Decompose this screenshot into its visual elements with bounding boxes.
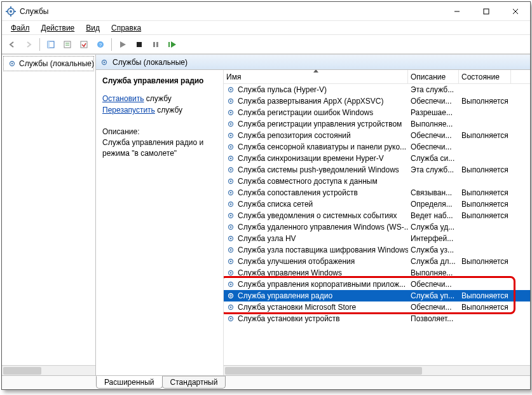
table-row[interactable]: Служба списка сетейОпределя...Выполняетс… bbox=[224, 198, 530, 210]
service-description: Обеспечи... bbox=[408, 303, 459, 312]
svg-point-53 bbox=[230, 226, 232, 228]
tree-item-label: Службы (локальные) bbox=[19, 59, 94, 68]
service-gear-icon bbox=[226, 314, 235, 323]
table-row[interactable]: Служба установки Microsoft StoreОбеспечи… bbox=[224, 301, 530, 313]
service-name: Служба репозитория состояний bbox=[238, 131, 351, 140]
menu-view[interactable]: Вид bbox=[81, 22, 105, 34]
svg-point-33 bbox=[230, 112, 232, 114]
toolbar-export-button[interactable] bbox=[76, 37, 92, 52]
table-row[interactable]: Служба совместного доступа к данным bbox=[224, 176, 530, 187]
table-row[interactable]: Служба управления радиоСлужба уп...Выпол… bbox=[224, 290, 530, 301]
menu-file[interactable]: Файл bbox=[6, 22, 35, 34]
service-gear-icon bbox=[226, 120, 235, 128]
table-row[interactable]: Служба сенсорной клавиатуры и панели рук… bbox=[224, 141, 530, 153]
left-scrollbar[interactable] bbox=[2, 365, 95, 375]
column-name[interactable]: Имя bbox=[224, 70, 408, 83]
pause-button[interactable] bbox=[148, 37, 163, 52]
tree-item-services-local[interactable]: Службы (локальные) bbox=[3, 56, 94, 71]
svg-point-43 bbox=[230, 169, 232, 171]
svg-point-49 bbox=[230, 204, 232, 205]
tab-standard[interactable]: Стандартный bbox=[162, 376, 226, 389]
column-state[interactable]: Состояние bbox=[459, 70, 511, 83]
sort-indicator-icon bbox=[313, 70, 318, 73]
table-row[interactable]: Служба синхронизации времени Hyper-VСлуж… bbox=[224, 153, 530, 164]
menu-bar: Файл Действие Вид Справка bbox=[2, 21, 530, 35]
table-row[interactable]: Служба пульса (Hyper-V)Эта служб... bbox=[224, 84, 530, 95]
service-state: Выполняется bbox=[459, 211, 511, 220]
service-name: Служба уведомления о системных событиях bbox=[238, 211, 397, 220]
maximize-button[interactable] bbox=[472, 2, 501, 21]
service-gear-icon bbox=[226, 177, 235, 186]
service-description: Разрешае... bbox=[408, 108, 459, 117]
list-header: Имя Описание Состояние bbox=[224, 70, 530, 84]
service-state: Выполняется bbox=[459, 303, 511, 312]
left-tree-panel: Службы (локальные) bbox=[2, 55, 96, 375]
table-row[interactable]: Служба установки устройствПозволяет... bbox=[224, 313, 530, 324]
service-state: Выполняется bbox=[459, 200, 511, 209]
detail-panel: Служба управления радио Остановить служб… bbox=[96, 70, 223, 375]
table-row[interactable]: Служба управления WindowsВыполняе... bbox=[224, 267, 530, 279]
menu-action[interactable]: Действие bbox=[36, 22, 80, 34]
toolbar-help-button[interactable]: ? bbox=[93, 37, 108, 52]
service-description: Эта служб... bbox=[408, 85, 459, 94]
service-gear-icon bbox=[226, 291, 235, 300]
svg-point-1 bbox=[10, 10, 12, 13]
services-window: Службы Файл Действие Вид Справка ? bbox=[1, 1, 531, 390]
restart-button[interactable] bbox=[165, 37, 180, 52]
minimize-button[interactable] bbox=[442, 2, 472, 21]
stop-link[interactable]: Остановить bbox=[102, 94, 144, 103]
svg-point-47 bbox=[230, 192, 232, 194]
table-row[interactable]: Служба управления корпоративными прилож.… bbox=[224, 279, 530, 290]
svg-rect-20 bbox=[153, 42, 155, 47]
service-name: Служба синхронизации времени Hyper-V bbox=[238, 154, 384, 163]
service-gear-icon bbox=[226, 188, 235, 197]
service-gear-icon bbox=[226, 303, 235, 312]
restart-link[interactable]: Перезапустить bbox=[102, 106, 155, 114]
service-name: Служба сопоставления устройств bbox=[238, 188, 358, 197]
service-name: Служба удаленного управления Windows (WS… bbox=[238, 223, 408, 232]
services-list: Имя Описание Состояние Служба пульса (Hy… bbox=[223, 70, 530, 375]
back-button[interactable] bbox=[4, 37, 20, 52]
table-row[interactable]: Служба регистрации ошибок WindowsРазреша… bbox=[224, 107, 530, 118]
service-name: Служба развертывания AppX (AppXSVC) bbox=[238, 97, 384, 106]
table-row[interactable]: Служба улучшения отображенияСлужба дл...… bbox=[224, 256, 530, 267]
column-description[interactable]: Описание bbox=[408, 70, 459, 83]
svg-marker-23 bbox=[171, 41, 176, 48]
table-row[interactable]: Служба регистрации управления устройство… bbox=[224, 118, 530, 130]
service-state: Выполняется bbox=[459, 131, 511, 140]
service-description: Выполняе... bbox=[408, 120, 459, 128]
svg-point-67 bbox=[230, 307, 232, 308]
table-row[interactable]: Служба уведомления о системных событияхВ… bbox=[224, 210, 530, 221]
svg-rect-21 bbox=[156, 42, 158, 47]
svg-point-39 bbox=[230, 146, 232, 148]
service-name: Служба регистрации управления устройство… bbox=[238, 120, 402, 128]
svg-point-61 bbox=[230, 272, 232, 274]
toolbar-view-button[interactable] bbox=[43, 37, 58, 52]
service-name: Служба узла HV bbox=[238, 234, 296, 243]
table-row[interactable]: Служба сопоставления устройствСвязыван..… bbox=[224, 187, 530, 198]
service-name: Служба сенсорной клавиатуры и панели рук… bbox=[238, 142, 406, 151]
list-scrollbar[interactable] bbox=[224, 365, 530, 375]
svg-point-65 bbox=[230, 295, 232, 297]
table-row[interactable]: Служба системы push-уведомлений WindowsЭ… bbox=[224, 164, 530, 176]
table-row[interactable]: Служба узла HVИнтерфей... bbox=[224, 233, 530, 244]
service-description: Определя... bbox=[408, 200, 459, 209]
tab-extended[interactable]: Расширенный bbox=[96, 376, 163, 389]
service-name: Служба системы push-уведомлений Windows bbox=[238, 165, 399, 174]
svg-text:?: ? bbox=[99, 42, 102, 48]
start-button[interactable] bbox=[115, 37, 130, 52]
table-row[interactable]: Служба репозитория состоянийОбеспечи...В… bbox=[224, 130, 530, 141]
menu-help[interactable]: Справка bbox=[106, 22, 146, 34]
stop-button[interactable] bbox=[132, 37, 147, 52]
toolbar-properties-button[interactable] bbox=[60, 37, 75, 52]
table-row[interactable]: Служба удаленного управления Windows (WS… bbox=[224, 221, 530, 233]
table-row[interactable]: Служба развертывания AppX (AppXSVC)Обесп… bbox=[224, 95, 530, 107]
close-button[interactable] bbox=[501, 2, 530, 21]
svg-rect-7 bbox=[484, 9, 489, 14]
table-row[interactable]: Служба узла поставщика шифрования Window… bbox=[224, 244, 530, 256]
svg-point-51 bbox=[230, 215, 232, 217]
svg-marker-18 bbox=[120, 41, 126, 48]
svg-point-41 bbox=[230, 158, 232, 160]
app-icon bbox=[6, 6, 16, 17]
forward-button[interactable] bbox=[21, 37, 36, 52]
